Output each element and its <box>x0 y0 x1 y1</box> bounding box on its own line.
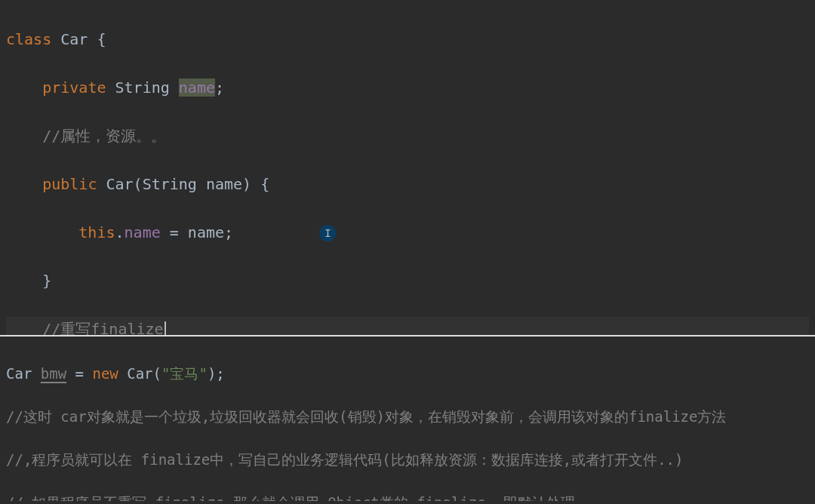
comment: //重写finalize <box>42 320 163 337</box>
param-type: String <box>143 175 197 193</box>
brace: { <box>97 30 106 48</box>
code-line-active: //重写finalize <box>6 317 809 337</box>
brace: } <box>42 272 51 290</box>
keyword-this: this <box>78 223 115 241</box>
var-name: bmw <box>41 365 66 382</box>
eq: = <box>66 365 92 382</box>
class-name: Car <box>60 30 88 48</box>
param-name: name <box>206 175 242 193</box>
semicolon: ; <box>216 365 224 382</box>
code-line: class Car { <box>6 27 809 51</box>
eq: = <box>161 223 188 241</box>
semicolon: ; <box>215 78 224 97</box>
text-caret <box>165 321 166 337</box>
rparen: ) <box>208 365 216 382</box>
code-line: private String name; <box>6 75 809 100</box>
semicolon: ; <box>224 223 233 241</box>
code-line: Car bmw = new Car("宝马"); <box>6 363 809 385</box>
code-line: } <box>6 269 809 293</box>
code-editor-upper[interactable]: class Car { private String name; //属性，资源… <box>0 0 815 337</box>
string-literal: "宝马" <box>161 365 208 382</box>
brace: { <box>260 175 269 193</box>
code-line: //这时 car对象就是一个垃圾,垃圾回收器就会回收(销毁)对象，在销毁对象前，… <box>6 406 809 428</box>
code-line: //,程序员就可以在 finalize中，写自己的业务逻辑代码(比如释放资源：数… <box>6 449 809 471</box>
field-ref: name <box>125 223 161 241</box>
code-line: //,如果程序员不重写 finalize,那么就会调用 Object类的 fin… <box>6 492 809 502</box>
type: Car <box>6 365 32 382</box>
constructor-name: Car <box>106 175 133 193</box>
comment: //这时 car对象就是一个垃圾,垃圾回收器就会回收(销毁)对象，在销毁对象前，… <box>6 408 726 425</box>
type: String <box>115 78 170 97</box>
rparen: ) <box>242 175 251 193</box>
comment: //,程序员就可以在 finalize中，写自己的业务逻辑代码(比如释放资源：数… <box>6 451 683 468</box>
keyword-class: class <box>6 30 51 48</box>
ibeam-cursor-icon: I <box>319 225 336 241</box>
constructor-call: Car <box>127 365 152 382</box>
keyword-new: new <box>92 365 118 382</box>
code-line: //属性，资源。。 <box>6 124 809 148</box>
lparen: ( <box>134 175 143 193</box>
keyword-private: private <box>42 78 106 97</box>
rhs: name <box>188 223 224 241</box>
keyword-public: public <box>42 175 97 193</box>
lparen: ( <box>153 365 161 382</box>
code-line: this.name = name; I <box>6 220 809 244</box>
comment: //,如果程序员不重写 finalize,那么就会调用 Object类的 fin… <box>6 494 575 502</box>
code-editor-lower[interactable]: Car bmw = new Car("宝马"); //这时 car对象就是一个垃… <box>0 337 815 501</box>
code-line: public Car(String name) { <box>6 172 809 196</box>
field-name-selected: name <box>179 78 215 97</box>
comment: //属性，资源。。 <box>42 127 166 145</box>
dot: . <box>115 223 125 241</box>
